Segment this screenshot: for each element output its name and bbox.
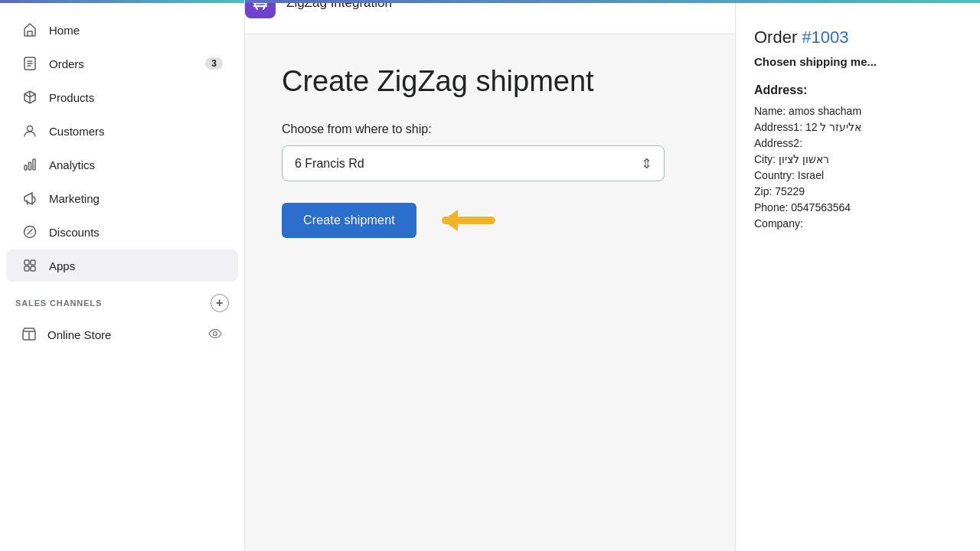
arrow-annotation — [430, 204, 499, 237]
svg-rect-8 — [24, 266, 29, 271]
sidebar: Home Orders 3 Products — [0, 0, 245, 551]
app-header: ZigZag Integration — [245, 3, 772, 34]
page-title: Create ZigZag shipment — [282, 65, 698, 98]
sales-channels-label: SALES CHANNELS — [15, 298, 102, 308]
create-shipment-button[interactable]: Create shipment — [282, 203, 416, 238]
sidebar-item-home[interactable]: Home — [6, 14, 238, 46]
customers-icon — [21, 122, 38, 139]
main-panel: ZigZag Integration Create ZigZag shipmen… — [245, 3, 735, 551]
sidebar-item-label: Apps — [49, 259, 75, 272]
marketing-icon — [21, 190, 38, 207]
home-icon — [21, 21, 38, 38]
ship-from-select-wrapper: 6 Francis Rd ⇕ — [282, 145, 665, 181]
svg-rect-2 — [24, 165, 27, 170]
address-zip: Zip: 75229 — [754, 185, 962, 197]
form-section: Create ZigZag shipment Choose from where… — [245, 34, 735, 269]
sidebar-item-label: Home — [49, 24, 80, 37]
online-store-label: Online Store — [47, 328, 111, 341]
order-number-line: Order #1003 — [754, 28, 962, 47]
store-icon — [21, 326, 37, 344]
svg-point-11 — [214, 332, 217, 336]
sidebar-item-label: Discounts — [49, 226, 100, 239]
app-logo — [245, 3, 276, 18]
orders-icon — [21, 55, 38, 72]
app-title: ZigZag Integration — [286, 3, 392, 11]
sales-channels-section: SALES CHANNELS + — [0, 283, 244, 317]
sidebar-item-apps[interactable]: Apps — [6, 249, 238, 282]
svg-rect-9 — [31, 266, 35, 271]
address-company: Company: — [754, 217, 962, 230]
order-number: #1003 — [802, 28, 848, 47]
svg-rect-6 — [24, 260, 29, 265]
order-label: Order — [754, 28, 797, 47]
eye-icon[interactable] — [207, 326, 223, 344]
ship-from-select[interactable]: 6 Francis Rd — [282, 145, 665, 181]
address-country: Country: Israel — [754, 169, 962, 181]
address-section-title: Address: — [754, 83, 962, 97]
main-content: ZigZag Integration Create ZigZag shipmen… — [245, 0, 980, 551]
ship-from-label: Choose from where to ship: — [282, 122, 698, 136]
sidebar-navigation: Home Orders 3 Products — [0, 3, 244, 551]
svg-rect-7 — [31, 260, 35, 265]
sidebar-item-label: Orders — [49, 57, 84, 70]
svg-rect-4 — [33, 159, 35, 170]
sidebar-item-orders[interactable]: Orders 3 — [6, 47, 238, 80]
products-icon — [21, 89, 38, 106]
sidebar-item-marketing[interactable]: Marketing — [6, 182, 238, 214]
right-panel: Order #1003 Chosen shipping me... Addres… — [735, 3, 980, 551]
address-address1: Address1: 12 אליעזר ל — [754, 121, 962, 133]
sidebar-item-customers[interactable]: Customers — [6, 115, 238, 147]
content-area: ZigZag Integration Create ZigZag shipmen… — [245, 3, 980, 551]
online-store-left: Online Store — [21, 326, 111, 344]
sidebar-item-online-store[interactable]: Online Store — [6, 318, 238, 351]
discounts-icon — [21, 223, 38, 240]
address-phone: Phone: 0547563564 — [754, 201, 962, 214]
svg-rect-3 — [29, 162, 31, 170]
address-name: Name: amos shacham — [754, 105, 962, 117]
sidebar-item-products[interactable]: Products — [6, 81, 238, 113]
address-city: City: ראשון לציון — [754, 153, 962, 165]
svg-point-1 — [28, 126, 33, 132]
sidebar-item-label: Marketing — [49, 192, 100, 205]
sidebar-item-label: Customers — [49, 125, 105, 138]
sidebar-item-discounts[interactable]: Discounts — [6, 216, 238, 248]
apps-icon — [21, 257, 38, 274]
sidebar-item-analytics[interactable]: Analytics — [6, 148, 238, 181]
sidebar-item-label: Analytics — [49, 158, 95, 171]
shipping-method-title: Chosen shipping me... — [754, 55, 962, 68]
address-address2: Address2: — [754, 137, 962, 149]
orders-badge: 3 — [205, 57, 223, 70]
add-sales-channel-button[interactable]: + — [211, 294, 229, 312]
analytics-icon — [21, 156, 38, 173]
sidebar-item-label: Products — [49, 91, 94, 104]
